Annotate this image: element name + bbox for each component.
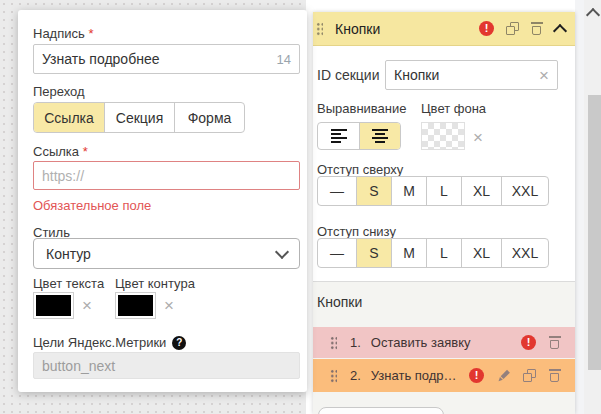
label-input[interactable]: 14 — [33, 44, 300, 74]
alignment-control — [317, 122, 401, 150]
drag-handle-icon[interactable] — [330, 369, 337, 383]
collapse-icon[interactable] — [553, 23, 567, 37]
clear-icon[interactable]: × — [539, 67, 549, 84]
delete-icon[interactable] — [549, 336, 561, 350]
chevron-down-icon — [275, 244, 289, 258]
align-center-button[interactable] — [359, 123, 400, 149]
bg-color-swatch[interactable] — [421, 122, 465, 150]
padding-top-option[interactable]: XXL — [501, 177, 548, 205]
text-color-swatch[interactable] — [33, 292, 74, 319]
error-icon: ! — [521, 335, 536, 350]
bg-color-clear-icon[interactable]: × — [473, 129, 483, 146]
delete-icon[interactable] — [549, 369, 561, 383]
padding-bottom-option[interactable]: L — [426, 239, 461, 267]
section-title: Кнопки — [335, 21, 479, 37]
scrollbar-thumb[interactable] — [588, 95, 601, 370]
padding-bottom-option[interactable]: XXL — [501, 239, 548, 267]
tab-link[interactable]: Ссылка — [34, 103, 104, 132]
color-swatches-row: × × — [33, 292, 293, 320]
metrika-label: Цели Яндекс.Метрики — [33, 335, 166, 350]
button-row[interactable]: 2. Узнать подр… ! — [313, 359, 575, 392]
section-id-input[interactable]: × — [385, 60, 558, 90]
error-icon: ! — [469, 368, 484, 383]
metrika-input[interactable] — [33, 352, 300, 379]
outline-color-clear-icon[interactable]: × — [164, 297, 174, 314]
section-id-label: ID секции — [317, 67, 379, 83]
link-input[interactable] — [33, 161, 300, 190]
row-number: 1. — [350, 335, 361, 350]
drag-handle-icon[interactable] — [330, 336, 337, 350]
duplicate-icon[interactable] — [506, 22, 519, 35]
edit-icon[interactable] — [494, 366, 512, 384]
tab-form[interactable]: Форма — [174, 103, 244, 132]
padding-bottom-option[interactable]: — — [318, 239, 356, 267]
add-button[interactable] — [318, 407, 444, 414]
error-icon: ! — [479, 21, 494, 36]
canvas: { "colors": { "accent_yellow": "#f6e7a0"… — [0, 0, 601, 414]
padding-top-control: — S M L XL XXL — [317, 176, 549, 206]
required-mark: * — [88, 26, 93, 41]
outline-color-swatch[interactable] — [115, 292, 156, 319]
button-row[interactable]: 1. Оставить заявку ! — [313, 327, 575, 358]
label-field-label: Надпись * — [33, 26, 93, 41]
buttons-section-card: Кнопки ! ID секции × Выравнивание Цвет ф… — [313, 12, 575, 414]
text-color-clear-icon[interactable]: × — [82, 297, 92, 314]
padding-top-label: Отступ сверху — [317, 162, 403, 177]
duplicate-icon[interactable] — [523, 369, 536, 382]
buttons-list-title: Кнопки — [317, 294, 362, 310]
transition-label: Переход — [33, 84, 85, 99]
padding-bottom-control: — S M L XL XXL — [317, 238, 549, 268]
padding-top-option[interactable]: M — [391, 177, 426, 205]
alignment-label: Выравнивание — [317, 101, 406, 116]
padding-bottom-option[interactable]: XL — [461, 239, 501, 267]
tab-section[interactable]: Секция — [104, 103, 174, 132]
metrika-label-row: Цели Яндекс.Метрики ? — [33, 335, 186, 350]
text-color-label: Цвет текста — [33, 276, 104, 291]
buttons-list-section: Кнопки 1. Оставить заявку ! 2. Узнать по… — [313, 281, 575, 414]
button-settings-popup: Надпись * 14 Переход Ссылка Секция Форма… — [18, 10, 307, 392]
delete-icon[interactable] — [531, 22, 543, 36]
padding-bottom-option[interactable]: S — [356, 239, 391, 267]
align-left-icon — [331, 129, 347, 143]
outline-color-label: Цвет контура — [115, 276, 195, 291]
bg-color-label: Цвет фона — [421, 101, 486, 116]
scroll-up-icon[interactable] — [586, 8, 600, 22]
section-header[interactable]: Кнопки ! — [313, 12, 575, 46]
padding-top-option[interactable]: L — [426, 177, 461, 205]
align-center-icon — [372, 129, 388, 143]
help-icon[interactable]: ? — [172, 336, 186, 350]
validation-message: Обязательное поле — [33, 198, 151, 213]
style-select[interactable]: Контур — [33, 238, 300, 269]
transition-tabs: Ссылка Секция Форма — [33, 102, 245, 133]
row-label: Оставить заявку — [371, 335, 521, 350]
drag-handle-icon[interactable] — [316, 22, 323, 36]
sidebar-gutter — [575, 0, 584, 414]
link-field-label: Ссылка * — [33, 144, 88, 159]
padding-bottom-label: Отступ снизу — [317, 224, 396, 239]
required-mark: * — [83, 144, 88, 159]
padding-top-option[interactable]: — — [318, 177, 356, 205]
align-left-button[interactable] — [318, 123, 359, 149]
scrollbar[interactable] — [584, 0, 601, 414]
padding-top-option[interactable]: S — [356, 177, 391, 205]
row-number: 2. — [350, 368, 361, 383]
char-counter: 14 — [277, 52, 291, 67]
padding-bottom-option[interactable]: M — [391, 239, 426, 267]
row-label: Узнать подр… — [371, 368, 469, 383]
padding-top-option[interactable]: XL — [461, 177, 501, 205]
